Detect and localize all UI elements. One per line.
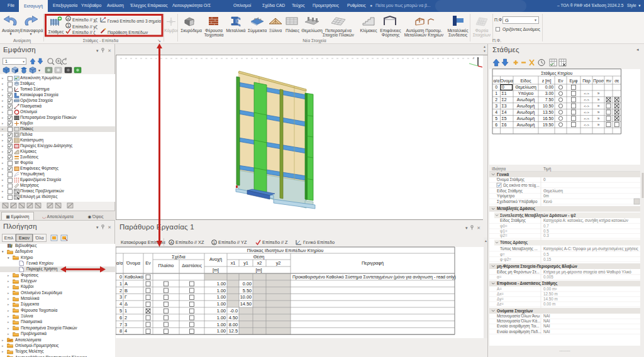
svg-text:0m: 0m — [543, 194, 549, 198]
svg-text:4: 4 — [125, 328, 127, 334]
svg-text:▾: ▾ — [38, 69, 40, 72]
svg-text:Τύπος Μεταβλητής ...: Τύπος Μεταβλητής ... — [500, 246, 538, 251]
svg-text:Είδος μη Φερόντων Στ...: Είδος μη Φερόντων Στ... — [497, 270, 540, 275]
svg-text:0.5: 0.5 — [543, 252, 549, 256]
svg-text:Πλαίσιο: Πλαίσιο — [158, 263, 174, 268]
svg-text:.........: ......... — [559, 348, 570, 352]
svg-text:14.50 m: 14.50 m — [543, 297, 558, 301]
svg-text:Όνομα: Όνομα — [126, 260, 141, 266]
svg-text:1.00: 1.00 — [217, 322, 226, 327]
svg-text:ΝΑΙ: ΝΑΙ — [543, 329, 550, 334]
svg-text:1.00: 1.00 — [217, 315, 226, 321]
svg-text:12.50 m: 12.50 m — [543, 292, 558, 296]
svg-text:0.3: 0.3 — [543, 233, 549, 238]
svg-text:Ιδιότητα: Ιδιότητα — [492, 167, 506, 172]
svg-text:6: 6 — [119, 315, 122, 321]
svg-text:Καθολικό: Καθολικό — [125, 274, 143, 280]
svg-text:Δ: Δ — [125, 301, 128, 307]
svg-text:1.00: 1.00 — [217, 301, 226, 307]
svg-text:5.50: 5.50 — [243, 288, 252, 294]
svg-text:ψ2=: ψ2= — [500, 233, 508, 238]
svg-text:Σχεδιαστικό Υπόβαθρο: Σχεδιαστικό Υπόβαθρο — [497, 199, 538, 204]
svg-text:ΝΑΙ: ΝΑΙ — [543, 319, 550, 323]
svg-text:μη-Φέροντα Στοιχεία-Περιορισμό: μη-Φέροντα Στοιχεία-Περιορισμός Βλαβών — [497, 264, 577, 269]
svg-text:[m]: [m] — [255, 267, 262, 273]
svg-text:0.7: 0.7 — [543, 224, 549, 228]
svg-text:Γενικά: Γενικά — [497, 172, 509, 177]
svg-text:Είδος Στάθμης: Είδος Στάθμης — [497, 189, 523, 194]
svg-text:Επιφάνεια - Διαστάσεις Στάθμης: Επιφάνεια - Διαστάσεις Στάθμης — [497, 281, 558, 286]
svg-text:1.00: 1.00 — [217, 281, 226, 287]
svg-text:B: B — [125, 288, 128, 294]
svg-text:0.00 m²: 0.00 m² — [543, 287, 557, 291]
svg-text:7: 7 — [119, 322, 122, 327]
svg-text:1: 1 — [67, 23, 70, 28]
svg-text:1: 1 — [119, 281, 122, 287]
svg-text:1.00: 1.00 — [217, 288, 226, 294]
svg-text:Δx=: Δx= — [497, 292, 504, 296]
svg-text:3: 3 — [119, 294, 122, 300]
svg-text:φ=: φ= — [500, 252, 505, 257]
svg-text:Μετονομασία Όλων Άνω: Μετονομασία Όλων Άνω — [497, 314, 540, 319]
svg-text:α/α: α/α — [116, 260, 123, 266]
svg-text:0.15: 0.15 — [543, 257, 552, 261]
svg-text:Κατηγορία Α: κατοικίες, συνήθη: Κατηγορία Α: κατοικίες, συνήθη κτήρια κα… — [543, 218, 628, 223]
svg-text:Ενιαία αναρίθμηση Πεδ...: Ενιαία αναρίθμηση Πεδ... — [497, 329, 541, 334]
svg-text:Ονόματα Στοιχείων: Ονόματα Στοιχείων — [497, 309, 533, 314]
svg-text:[m]: [m] — [213, 267, 219, 273]
svg-text:Προκαθορισμένο Καθολικό Σύστημ: Προκαθορισμένο Καθολικό Σύστημα Συντεταγ… — [292, 275, 456, 280]
svg-text:Εν: Εν — [145, 260, 151, 266]
svg-text:A=: A= — [497, 287, 502, 291]
svg-text:Δy=: Δy= — [497, 297, 504, 302]
svg-text:0.00: 0.00 — [243, 281, 252, 287]
svg-text:1.00: 1.00 — [217, 328, 226, 334]
svg-text:Τύπος Δράσης: Τύπος Δράσης — [500, 240, 528, 245]
svg-text:8.00: 8.00 — [229, 322, 238, 327]
svg-text:Τιμή: Τιμή — [543, 167, 552, 172]
svg-text:A: A — [125, 281, 128, 287]
svg-text:Ανοχή: Ανοχή — [209, 256, 222, 262]
svg-text:0: 0 — [543, 177, 546, 182]
svg-text:Διαστάσεις: Διαστάσεις — [182, 263, 202, 268]
svg-text:Θεμελίωση: Θεμελίωση — [543, 189, 563, 194]
svg-text:4.50: 4.50 — [229, 315, 238, 321]
svg-text:3: 3 — [125, 322, 127, 327]
svg-text:8: 8 — [119, 328, 122, 334]
svg-text:Θέση: Θέση — [253, 254, 265, 260]
svg-text:5: 5 — [119, 308, 122, 314]
svg-text:0.005: 0.005 — [543, 275, 553, 279]
svg-text:2: 2 — [125, 315, 127, 321]
svg-text:x1: x1 — [231, 260, 236, 266]
svg-text:14.50: 14.50 — [240, 301, 252, 307]
svg-text:Σχέδια: Σχέδια — [172, 254, 186, 260]
svg-text:Δz=: Δz= — [497, 302, 504, 306]
svg-text:Μεταβλητές Δράσεις: Μεταβλητές Δράσεις — [497, 206, 536, 211]
svg-text:Ως εικόνα στο τεύχ...: Ως εικόνα στο τεύχ... — [503, 183, 540, 188]
svg-text:4: 4 — [119, 301, 122, 307]
svg-text:Όνομα Στάθμης: Όνομα Στάθμης — [496, 177, 525, 182]
svg-text:y2: y2 — [276, 260, 281, 266]
svg-text:Είδος Στάθμης: Είδος Στάθμης — [500, 218, 526, 223]
svg-text:Κτήρια με μη-φέροντα στοιχεία: Κτήρια με μη-φέροντα στοιχεία από Ψαθυρό… — [543, 270, 631, 275]
svg-text:ΝΑΙ: ΝΑΙ — [543, 324, 550, 328]
svg-text:Κενό: Κενό — [543, 199, 552, 204]
svg-text:0.00 m: 0.00 m — [543, 302, 555, 306]
svg-text:10.00: 10.00 — [240, 294, 252, 300]
svg-text:Γ: Γ — [125, 294, 127, 300]
svg-text:Πίνακας Ιδιοτήτων Επιπέδων Κτη: Πίνακας Ιδιοτήτων Επιπέδων Κτηρίου — [247, 248, 324, 253]
svg-text:α=: α= — [497, 275, 502, 279]
svg-text:Μετονομασία Όλων Κά...: Μετονομασία Όλων Κά... — [497, 319, 541, 324]
svg-text:Περιγραφή: Περιγραφή — [362, 260, 384, 266]
svg-text:φ·ψ2=: φ·ψ2= — [500, 257, 511, 262]
svg-text:0.5: 0.5 — [543, 229, 549, 233]
svg-text:0: 0 — [119, 274, 122, 280]
svg-text:y1: y1 — [243, 260, 248, 266]
svg-text:1.00: 1.00 — [217, 308, 226, 314]
svg-text:Συντελεστής Μεταβλητών Δράσεων: Συντελεστής Μεταβλητών Δράσεων - ψ2 — [500, 213, 576, 218]
svg-text:ΝΑΙ: ΝΑΙ — [543, 314, 550, 318]
svg-text:Ενιαία αναρίθμηση Τοι...: Ενιαία αναρίθμηση Τοι... — [497, 324, 540, 329]
svg-text:x2: x2 — [257, 260, 262, 266]
svg-text:12.5: 12.5 — [229, 328, 238, 334]
svg-text:z: z — [473, 57, 475, 60]
svg-text:2: 2 — [119, 288, 122, 294]
